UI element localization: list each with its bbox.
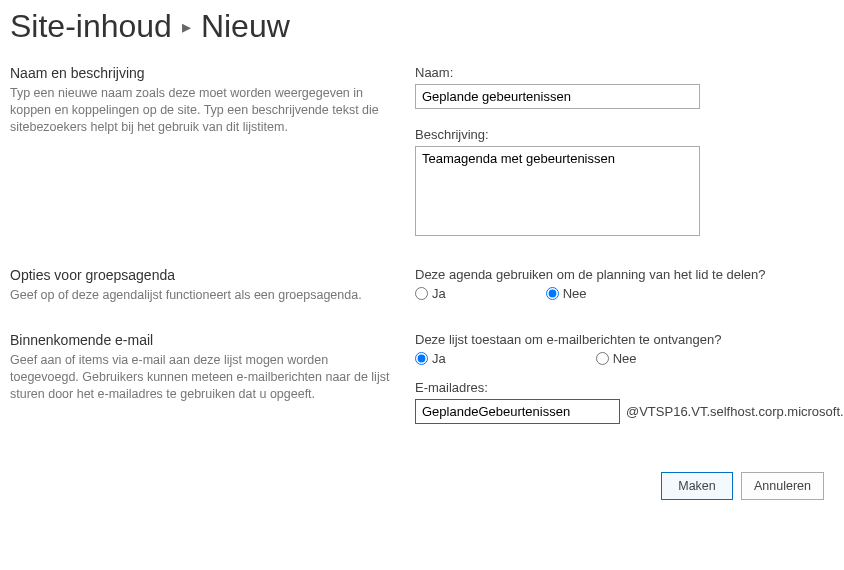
email-question: Deze lijst toestaan om e-mailberichten t… — [415, 332, 844, 347]
section-title-name: Naam en beschrijving — [10, 65, 395, 81]
group-radio-no-label: Nee — [563, 286, 587, 301]
group-question: Deze agenda gebruiken om de planning van… — [415, 267, 824, 282]
section-group-agenda: Opties voor groepsagenda Geef op of deze… — [10, 267, 834, 304]
email-radio-no-input[interactable] — [596, 352, 609, 365]
breadcrumb: Site-inhoud ▸ Nieuw — [10, 8, 834, 45]
description-textarea[interactable] — [415, 146, 700, 236]
chevron-right-icon: ▸ — [182, 16, 191, 38]
form-area: Naam en beschrijving Typ een nieuwe naam… — [0, 65, 844, 472]
email-address-label: E-mailadres: — [415, 380, 844, 395]
group-radio-no[interactable]: Nee — [546, 286, 587, 301]
section-desc-name: Typ een nieuwe naam zoals deze moet word… — [10, 85, 395, 136]
group-radio-yes-label: Ja — [432, 286, 446, 301]
email-radio-yes[interactable]: Ja — [415, 351, 446, 366]
breadcrumb-parent[interactable]: Site-inhoud — [10, 8, 172, 45]
section-title-group: Opties voor groepsagenda — [10, 267, 395, 283]
email-address-suffix: @VTSP16.VT.selfhost.corp.microsoft.com — [626, 404, 844, 419]
group-radio-yes[interactable]: Ja — [415, 286, 446, 301]
cancel-button[interactable]: Annuleren — [741, 472, 824, 500]
group-radio-yes-input[interactable] — [415, 287, 428, 300]
breadcrumb-current: Nieuw — [201, 8, 290, 45]
section-desc-email: Geef aan of items via e-mail aan deze li… — [10, 352, 395, 403]
name-input[interactable] — [415, 84, 700, 109]
description-label: Beschrijving: — [415, 127, 824, 142]
email-radio-yes-label: Ja — [432, 351, 446, 366]
email-radio-no[interactable]: Nee — [596, 351, 637, 366]
section-name-description: Naam en beschrijving Typ een nieuwe naam… — [10, 65, 834, 239]
name-label: Naam: — [415, 65, 824, 80]
group-radio-no-input[interactable] — [546, 287, 559, 300]
section-incoming-email: Binnenkomende e-mail Geef aan of items v… — [10, 332, 834, 424]
create-button[interactable]: Maken — [661, 472, 733, 500]
section-desc-group: Geef op of deze agendalijst functioneert… — [10, 287, 395, 304]
button-row: Maken Annuleren — [0, 472, 844, 520]
email-radio-no-label: Nee — [613, 351, 637, 366]
section-title-email: Binnenkomende e-mail — [10, 332, 395, 348]
email-address-input[interactable] — [415, 399, 620, 424]
page-header: Site-inhoud ▸ Nieuw — [0, 0, 844, 65]
email-radio-yes-input[interactable] — [415, 352, 428, 365]
